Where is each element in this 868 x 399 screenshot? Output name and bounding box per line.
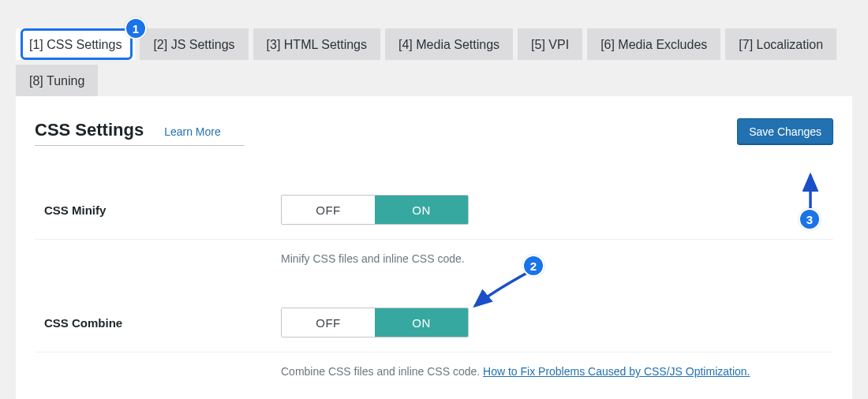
annotation-badge-1: 1 <box>125 17 147 39</box>
desc-css-minify: Minify CSS files and inline CSS code. <box>281 252 833 265</box>
label-css-minify: CSS Minify <box>44 203 281 217</box>
annotation-badge-2: 2 <box>522 255 544 277</box>
toggle-css-minify-off[interactable]: OFF <box>282 196 375 224</box>
tab-media-excludes[interactable]: [6] Media Excludes <box>587 28 720 60</box>
tab-tuning[interactable]: [8] Tuning <box>16 65 98 96</box>
toggle-css-minify[interactable]: OFF ON <box>281 195 469 225</box>
desc-css-combine-link[interactable]: How to Fix Problems Caused by CSS/JS Opt… <box>483 365 750 378</box>
annotation-badge-3: 3 <box>799 208 821 230</box>
toggle-css-combine[interactable]: OFF ON <box>281 308 469 337</box>
desc-css-combine-text: Combine CSS files and inline CSS code. <box>281 365 483 378</box>
tabs-bar: [1] CSS Settings [2] JS Settings [3] HTM… <box>16 0 852 96</box>
tab-media-settings[interactable]: [4] Media Settings <box>385 28 513 60</box>
content-panel: CSS Settings Learn More Save Changes CSS… <box>16 96 852 399</box>
tab-js-settings[interactable]: [2] JS Settings <box>140 28 248 60</box>
tab-vpi[interactable]: [5] VPI <box>518 28 582 60</box>
tab-css-settings[interactable]: [1] CSS Settings <box>16 28 135 60</box>
toggle-css-minify-on[interactable]: ON <box>375 196 468 224</box>
tab-localization[interactable]: [7] Localization <box>725 28 836 60</box>
label-css-combine: CSS Combine <box>44 316 281 330</box>
desc-css-combine: Combine CSS files and inline CSS code. H… <box>281 365 833 378</box>
save-changes-button[interactable]: Save Changes <box>737 118 833 145</box>
toggle-css-combine-on[interactable]: ON <box>375 308 468 337</box>
learn-more-link[interactable]: Learn More <box>164 125 221 138</box>
page-title: CSS Settings <box>35 120 144 140</box>
tab-html-settings[interactable]: [3] HTML Settings <box>253 28 380 60</box>
toggle-css-combine-off[interactable]: OFF <box>282 308 375 337</box>
